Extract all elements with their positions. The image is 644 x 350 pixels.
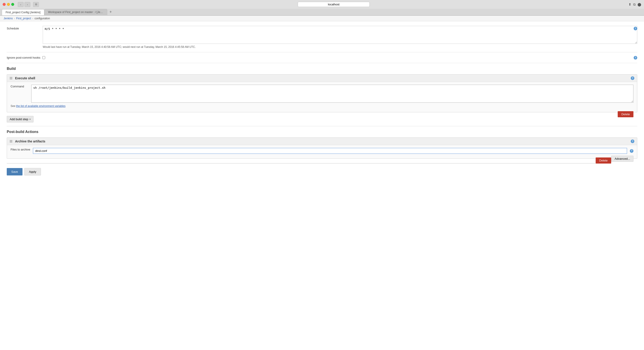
section-divider-2 [7, 63, 637, 63]
execute-shell-header: Execute shell ? [7, 75, 637, 82]
execute-shell-body: Command sh /root/jenkins/build_jenkins_p… [7, 82, 637, 112]
url-bar [45, 2, 622, 7]
archive-artifacts-header: Archive the artifacts ? [7, 138, 637, 145]
ignore-checkbox[interactable] [42, 56, 45, 59]
breadcrumb-sep-2: › [32, 17, 33, 20]
new-tab-button[interactable]: ⧉ [633, 2, 636, 6]
build-section-title: Build [7, 67, 637, 71]
tab-active[interactable]: First_project Config [Jenkins] [2, 9, 44, 15]
archive-artifacts-title: Archive the artifacts [15, 139, 46, 143]
archive-help-icon[interactable]: ? [631, 139, 634, 143]
drag-handle[interactable] [10, 77, 12, 79]
ignore-label: Ignore post-commit hooks [7, 56, 40, 59]
save-button[interactable]: Save [7, 168, 22, 175]
archive-artifacts-card: Archive the artifacts ? Files to archive… [7, 137, 637, 159]
section-divider-3 [7, 126, 637, 126]
env-link-text: See [10, 104, 16, 108]
main-content: Schedule H/5 * * * * Would last have run… [0, 21, 644, 350]
archive-delete-button[interactable]: Delete [596, 157, 612, 164]
archive-drag-handle[interactable] [10, 140, 12, 142]
schedule-hint: Would last have run at Tuesday, March 15… [43, 45, 637, 48]
archive-artifacts-title-group: Archive the artifacts [10, 139, 46, 143]
breadcrumb-jenkins[interactable]: Jenkins [4, 17, 13, 20]
section-divider-1 [7, 52, 637, 52]
ignore-help-icon[interactable]: ? [634, 56, 637, 59]
command-input[interactable]: sh /root/jenkins/build_jenkins_project.s… [31, 85, 634, 103]
browser-chrome: ‹ › ⊟ ⬆ ⧉ ⬤ First_project Config [Jenkin… [0, 0, 644, 16]
browser-tabs: First_project Config [Jenkins] Workspace… [0, 9, 644, 15]
breadcrumb: Jenkins › First_project › configuration [0, 16, 644, 21]
share-button[interactable]: ⬆ [628, 2, 632, 6]
footer-divider [7, 163, 596, 164]
command-row: Command sh /root/jenkins/build_jenkins_p… [10, 85, 634, 103]
execute-shell-delete-button[interactable]: Delete [618, 111, 634, 117]
schedule-label: Schedule [7, 26, 43, 30]
browser-titlebar: ‹ › ⊟ ⬆ ⧉ ⬤ [0, 0, 644, 9]
back-button[interactable]: ‹ [18, 2, 24, 7]
archive-artifacts-body: Files to archive ? Advanced... Delete [7, 145, 637, 158]
execute-shell-card: Execute shell ? Command sh /root/jenkins… [7, 74, 637, 112]
files-to-archive-label: Files to archive [10, 148, 30, 151]
add-build-step-button[interactable]: Add build step ▾ [7, 116, 34, 122]
env-link-row: See the list of available environment va… [10, 104, 634, 108]
command-label: Command [10, 85, 28, 88]
advanced-button[interactable]: Advanced... [611, 156, 634, 162]
profile-button[interactable]: ⬤ [638, 2, 641, 6]
breadcrumb-current: configuration [34, 17, 50, 20]
add-build-step-label: Add build step [10, 117, 28, 121]
nav-buttons: ‹ › [18, 2, 30, 7]
env-variables-link[interactable]: the list of available environment variab… [16, 104, 66, 108]
post-build-title: Post-build Actions [7, 130, 637, 134]
ignore-row: Ignore post-commit hooks ? [7, 56, 637, 59]
breadcrumb-project[interactable]: First_project [16, 17, 31, 20]
execute-shell-help-icon[interactable]: ? [631, 76, 634, 80]
dropdown-arrow-icon: ▾ [30, 118, 30, 120]
forward-button[interactable]: › [24, 2, 30, 7]
schedule-field: H/5 * * * * Would last have run at Tuesd… [43, 26, 637, 48]
traffic-lights [3, 3, 14, 6]
add-build-step-container: Add build step ▾ [7, 116, 637, 122]
files-to-archive-row: Files to archive ? [10, 148, 634, 154]
close-button[interactable] [3, 3, 6, 6]
schedule-row: Schedule H/5 * * * * Would last have run… [7, 26, 637, 48]
execute-shell-title-group: Execute shell [10, 76, 35, 80]
schedule-help-icon[interactable]: ? [634, 27, 637, 30]
new-tab-add-button[interactable]: + [107, 9, 114, 15]
files-to-archive-input[interactable] [33, 148, 627, 154]
url-input[interactable] [298, 2, 370, 7]
breadcrumb-sep-1: › [14, 17, 15, 20]
schedule-input[interactable]: H/5 * * * * [43, 26, 637, 44]
footer-buttons: Save Apply [7, 168, 637, 175]
files-help-icon[interactable]: ? [630, 149, 634, 153]
maximize-button[interactable] [11, 3, 14, 6]
minimize-button[interactable] [7, 3, 10, 6]
execute-shell-title: Execute shell [15, 76, 35, 80]
tab-inactive[interactable]: Workspace of First_project on master : /… [44, 9, 107, 15]
sidebar-toggle[interactable]: ⊟ [33, 2, 39, 7]
browser-actions: ⬆ ⧉ ⬤ [628, 2, 641, 6]
apply-button[interactable]: Apply [24, 168, 41, 175]
